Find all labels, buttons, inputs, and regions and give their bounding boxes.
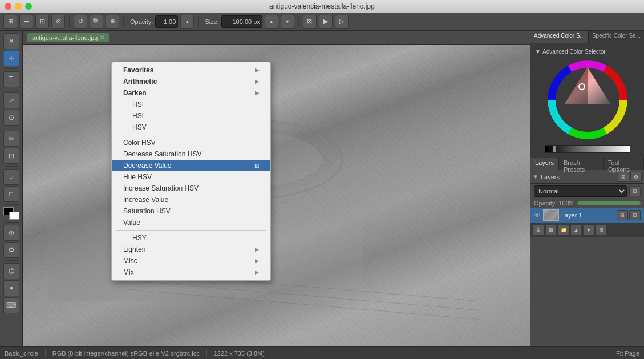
canvas-image[interactable] xyxy=(23,45,530,346)
layers-filter-btn[interactable]: ⊡ xyxy=(629,186,641,196)
tool-select[interactable]: ⌨ xyxy=(3,297,19,313)
size-up-btn[interactable]: ▲ xyxy=(265,15,278,29)
rotate-ccw-btn[interactable]: ↺ xyxy=(74,15,87,29)
color-swatches[interactable] xyxy=(3,207,19,220)
menu-item-arithmetic[interactable]: Arithmetic xyxy=(112,76,270,87)
status-zoom: Fit Page xyxy=(616,350,639,357)
layers-tab-tool-options[interactable]: Tool Options xyxy=(604,158,644,170)
menu-item-decrease-saturation[interactable]: Decrease Saturation HSV xyxy=(112,148,270,160)
new-btn[interactable]: ☰ xyxy=(19,15,33,29)
minimize-button[interactable] xyxy=(15,3,22,10)
opacity-input[interactable] xyxy=(155,15,178,28)
menu-item-hsi[interactable]: HSI xyxy=(112,99,270,110)
layers-settings-btn[interactable]: ⚙ xyxy=(630,172,642,182)
layers-duplicate-btn[interactable]: ⊞ xyxy=(545,225,557,235)
blend-mode-select[interactable]: Normal xyxy=(534,185,627,197)
status-tool: Basic_circle xyxy=(5,350,38,357)
layer-option-btn-1[interactable]: ⊞ xyxy=(617,210,628,220)
menu-item-lighten[interactable]: Lighten xyxy=(112,244,270,255)
tool-measure[interactable]: ⌬ xyxy=(3,263,19,279)
menu-item-hue-hsv[interactable]: Hue HSV xyxy=(112,171,270,183)
layers-up-btn[interactable]: ▲ xyxy=(570,225,582,235)
menu-item-misc[interactable]: Misc xyxy=(112,255,270,267)
menu-item-value[interactable]: Value xyxy=(112,217,270,228)
menu-item-hsy[interactable]: HSY xyxy=(112,232,270,244)
dropdown-menu: Favorites Arithmetic Darken HSI HSL HSV … xyxy=(111,62,271,281)
titlebar: antiguo-valencia-mestalla-lleno.jpg xyxy=(0,0,644,13)
canvas-area: antiguo-v...alla-lleno.jpg ✕ xyxy=(23,31,530,346)
canvas-tab-bar: antiguo-v...alla-lleno.jpg ✕ xyxy=(23,31,530,45)
brush-options-btn[interactable]: ▶ xyxy=(319,15,333,29)
tool-separator-5 xyxy=(5,204,18,205)
maximize-button[interactable] xyxy=(25,3,32,10)
menu-item-favorites[interactable]: Favorites xyxy=(112,64,270,76)
transform-btn[interactable]: ⊕ xyxy=(106,15,119,29)
tool-zoom[interactable]: ⊕ xyxy=(3,225,19,241)
window-title: antiguo-valencia-mestalla-lleno.jpg xyxy=(269,2,375,10)
layers-down-btn[interactable]: ▼ xyxy=(583,225,594,235)
save-btn[interactable]: ⊙ xyxy=(51,15,65,29)
menu-item-hsl[interactable]: HSL xyxy=(112,110,270,122)
canvas-tab-item[interactable]: antiguo-v...alla-lleno.jpg ✕ xyxy=(27,33,109,42)
tool-ellipse[interactable]: ○ xyxy=(3,169,19,185)
toolbar-separator-4 xyxy=(298,16,299,27)
menu-item-increase-saturation[interactable]: Increase Saturation HSV xyxy=(112,183,270,194)
tool-path[interactable]: ✦ xyxy=(3,280,19,296)
layers-add-group-btn[interactable]: ⊞ xyxy=(618,172,629,182)
layers-group-btn[interactable]: 📁 xyxy=(558,225,569,235)
tool-gradient[interactable]: ⊙ xyxy=(3,110,19,126)
color-wheel-area: ▼ Advanced Color Selector xyxy=(530,43,644,158)
tool-pan[interactable]: ✿ xyxy=(3,242,19,258)
background-color[interactable] xyxy=(9,212,19,220)
traffic-lights xyxy=(5,3,32,10)
menu-item-hsv[interactable]: HSV xyxy=(112,122,270,133)
tool-pointer[interactable]: ✕ xyxy=(3,33,19,49)
menu-item-increase-value[interactable]: Increase Value xyxy=(112,194,270,205)
right-tab-specific-color[interactable]: Specific Color Se... xyxy=(589,31,644,43)
menu-separator-2 xyxy=(116,230,266,231)
tool-text[interactable]: T xyxy=(3,71,19,87)
size-down-btn[interactable]: ▼ xyxy=(281,15,294,29)
toolbar-separator-1 xyxy=(69,16,70,27)
tool-eraser[interactable]: ⊡ xyxy=(3,148,19,164)
layer-option-btn-2[interactable]: ⊡ xyxy=(629,210,641,220)
layers-delete-btn[interactable]: 🗑 xyxy=(596,225,607,235)
menu-item-color-hsv[interactable]: Color HSV xyxy=(112,137,270,148)
canvas-tab-close[interactable]: ✕ xyxy=(100,34,104,41)
menu-item-darken[interactable]: Darken xyxy=(112,87,270,99)
layer-row[interactable]: 👁 Layer 1 ⊞ ⊡ xyxy=(530,208,644,223)
toolbar-separator-2 xyxy=(123,16,124,27)
color-value-bar[interactable] xyxy=(545,145,630,153)
brush-preset-btn[interactable]: ⊠ xyxy=(303,15,317,29)
menu-item-saturation-hsv[interactable]: Saturation HSV xyxy=(112,205,270,217)
layers-add-layer-btn[interactable]: ⊕ xyxy=(533,225,544,235)
tool-pencil[interactable]: ✏ xyxy=(3,131,19,147)
tool-rect[interactable]: □ xyxy=(3,186,19,202)
open-btn[interactable]: ⊡ xyxy=(35,15,49,29)
menu-item-mix[interactable]: Mix xyxy=(112,267,270,278)
layers-tab-brush-presets[interactable]: Brush Presets xyxy=(559,158,604,170)
tool-separator-3 xyxy=(5,128,18,128)
size-input[interactable] xyxy=(221,15,262,28)
opacity-up-btn[interactable]: ▲ xyxy=(180,15,194,29)
opacity-row: Opacity: 100% xyxy=(530,199,644,208)
right-panel-tabs: Advanced Color S... Specific Color Se...… xyxy=(530,31,644,43)
tool-separator-6 xyxy=(5,222,18,223)
opacity-label: Opacity: xyxy=(130,18,153,25)
right-tab-advanced-color[interactable]: Advanced Color S... xyxy=(530,31,589,43)
brush-end-btn[interactable]: ▷ xyxy=(335,15,349,29)
tool-paint[interactable]: ⊹ xyxy=(3,50,19,66)
zoom-btn[interactable]: 🔍 xyxy=(90,15,103,29)
color-wheel[interactable] xyxy=(545,57,630,143)
status-dimensions: 1222 x 735 (3.8M) xyxy=(214,350,265,357)
menu-item-decrease-value[interactable]: Decrease Value ⊞ xyxy=(112,160,270,171)
tool-fill[interactable]: ↗ xyxy=(3,92,19,108)
close-button[interactable] xyxy=(5,3,11,10)
tool-options-btn[interactable]: ⊞ xyxy=(3,15,17,29)
layer-visibility-icon[interactable]: 👁 xyxy=(534,211,541,219)
status-color-info: RGB (8-bit integer/channel) sRGB-elle-V2… xyxy=(52,350,200,357)
layers-tab-layers[interactable]: Layers xyxy=(530,158,559,170)
opacity-track[interactable] xyxy=(577,201,641,205)
tool-separator-4 xyxy=(5,166,18,167)
right-panel: Advanced Color S... Specific Color Se...… xyxy=(530,31,644,346)
